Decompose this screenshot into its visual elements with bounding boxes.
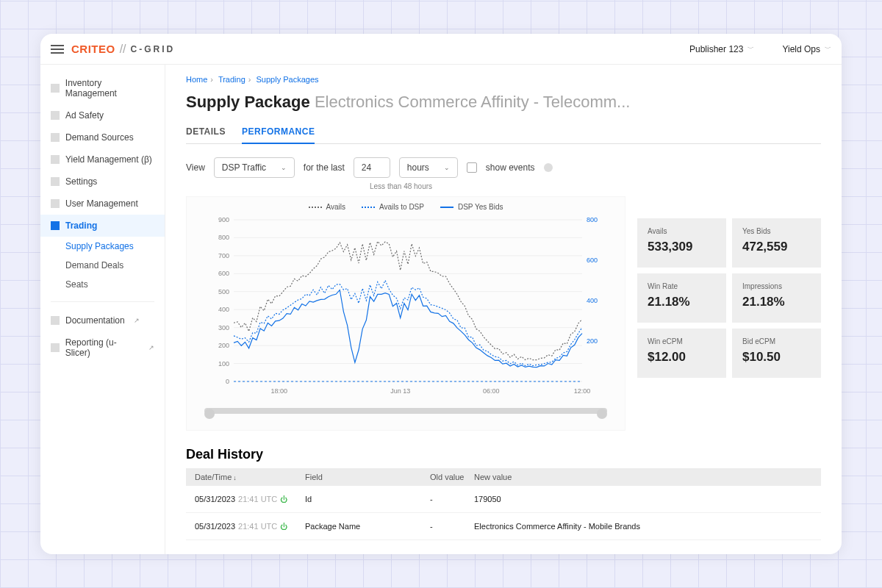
table-row: 05/31/202321:41 UTC⏻ Id - 179050 xyxy=(186,486,821,513)
publisher-dropdown[interactable]: Publisher 123﹀ xyxy=(689,44,754,54)
inventory-icon xyxy=(51,84,60,93)
subnav-demand-deals[interactable]: Demand Deals xyxy=(65,256,165,275)
svg-text:Jun 13: Jun 13 xyxy=(390,387,410,395)
stat-bidecpm: Bid eCPM$10.50 xyxy=(732,329,821,378)
demand-icon xyxy=(51,133,60,142)
sidebar-item-adsafety[interactable]: Ad Safety xyxy=(40,104,165,126)
sidebar-item-trading[interactable]: Trading xyxy=(40,215,165,237)
chart-range-slider[interactable] xyxy=(204,408,607,420)
chevron-down-icon: ﹀ xyxy=(747,44,754,54)
svg-text:200: 200 xyxy=(587,337,598,345)
sidebar-item-yield[interactable]: Yield Management (β) xyxy=(40,148,165,171)
svg-text:600: 600 xyxy=(218,270,229,277)
tab-performance[interactable]: PERFORMANCE xyxy=(242,121,315,144)
chart-icon xyxy=(51,343,60,352)
app-name: C-GRID xyxy=(131,44,176,54)
chevron-down-icon: ⌄ xyxy=(444,164,450,171)
svg-text:800: 800 xyxy=(587,216,598,223)
sidebar-documentation[interactable]: Documentation↗ xyxy=(40,309,165,331)
col-datetime[interactable]: Date/Time↓ xyxy=(195,473,305,481)
chevron-down-icon: ⌄ xyxy=(281,164,287,171)
user-icon xyxy=(51,199,60,208)
hamburger-icon[interactable] xyxy=(51,43,64,56)
subnav-seats[interactable]: Seats xyxy=(65,275,165,294)
gear-icon xyxy=(51,177,60,186)
app-window: CRITEO // C-GRID Publisher 123﹀ Yield Op… xyxy=(40,34,842,554)
external-icon: ↗ xyxy=(134,317,140,324)
col-field[interactable]: Field xyxy=(305,473,430,481)
crumb-trading[interactable]: Trading xyxy=(218,75,245,84)
crumb-supply-packages[interactable]: Supply Packages xyxy=(257,75,319,84)
crumb-home[interactable]: Home xyxy=(186,75,207,84)
stat-avails: Avails533,309 xyxy=(637,218,726,268)
power-icon: ⏻ xyxy=(280,495,287,503)
doc-icon xyxy=(51,316,60,325)
stat-impressions: Impressions21.18% xyxy=(732,273,821,323)
table-row: 05/31/202321:41 UTC⏻ Package Name - Elec… xyxy=(186,513,821,540)
svg-text:500: 500 xyxy=(218,288,229,295)
chart-legend: Avails Avails to DSP DSP Yes Bids xyxy=(194,201,617,214)
chart-svg: 0100200300400500600700800900200400600800… xyxy=(194,214,617,398)
page-title: Supply Package Electronics Commerce Affi… xyxy=(186,93,821,112)
stats-grid: Avails533,309 Yes Bids472,559 Win Rate21… xyxy=(637,218,821,431)
main-content: Home› Trading› Supply Packages Supply Pa… xyxy=(165,65,842,554)
svg-text:12:00: 12:00 xyxy=(574,387,591,395)
show-events-checkbox[interactable] xyxy=(467,162,477,173)
svg-text:400: 400 xyxy=(587,297,598,304)
duration-num-select[interactable]: 24 xyxy=(354,157,390,178)
chevron-down-icon: ﹀ xyxy=(825,44,831,54)
breadcrumb: Home› Trading› Supply Packages xyxy=(186,75,821,84)
table-header: Date/Time↓ Field Old value New value xyxy=(186,468,821,486)
svg-text:06:00: 06:00 xyxy=(483,387,500,395)
sidebar-item-settings[interactable]: Settings xyxy=(40,171,165,193)
yield-icon xyxy=(51,155,60,164)
col-new[interactable]: New value xyxy=(474,473,812,481)
sidebar: Inventory Management Ad Safety Demand So… xyxy=(40,65,165,554)
role-dropdown[interactable]: Yield Ops﹀ xyxy=(782,44,831,54)
logo-separator: // xyxy=(120,43,126,56)
svg-text:100: 100 xyxy=(218,360,229,368)
logo: CRITEO xyxy=(71,43,115,55)
svg-text:18:00: 18:00 xyxy=(271,387,288,395)
shield-icon xyxy=(51,111,60,120)
duration-caption: Less than 48 hours xyxy=(370,182,821,190)
slider-thumb-left[interactable] xyxy=(204,409,215,419)
col-old[interactable]: Old value xyxy=(430,473,474,481)
sidebar-reporting[interactable]: Reporting (u-Slicer)↗ xyxy=(40,331,165,364)
sidebar-item-inventory[interactable]: Inventory Management xyxy=(40,72,165,104)
sort-icon: ↓ xyxy=(233,474,237,481)
view-select[interactable]: DSP Traffic⌄ xyxy=(214,157,295,178)
tab-details[interactable]: DETAILS xyxy=(186,121,226,143)
svg-text:800: 800 xyxy=(218,234,229,241)
stat-yesbids: Yes Bids472,559 xyxy=(732,218,821,268)
sidebar-item-usermgmt[interactable]: User Management xyxy=(40,193,165,215)
power-icon: ⏻ xyxy=(280,523,287,531)
svg-text:0: 0 xyxy=(226,378,229,385)
stat-winrate: Win Rate21.18% xyxy=(637,273,726,323)
topbar: CRITEO // C-GRID Publisher 123﹀ Yield Op… xyxy=(40,34,842,65)
sidebar-item-demand[interactable]: Demand Sources xyxy=(40,126,165,148)
deal-history-title: Deal History xyxy=(186,447,821,462)
slider-thumb-right[interactable] xyxy=(597,409,607,419)
dollar-icon xyxy=(51,221,60,230)
stat-winecpm: Win eCPM$12.00 xyxy=(637,329,726,378)
svg-text:200: 200 xyxy=(218,342,229,349)
info-icon[interactable] xyxy=(544,163,553,172)
subnav-supply-packages[interactable]: Supply Packages xyxy=(65,237,165,256)
tab-bar: DETAILS PERFORMANCE xyxy=(186,121,821,144)
performance-chart: Avails Avails to DSP DSP Yes Bids 010020… xyxy=(186,196,625,431)
svg-text:400: 400 xyxy=(218,306,229,313)
deal-history: Deal History Date/Time↓ Field Old value … xyxy=(186,447,821,540)
svg-text:300: 300 xyxy=(218,324,229,331)
external-icon: ↗ xyxy=(148,344,154,351)
svg-text:700: 700 xyxy=(218,252,229,259)
view-controls: View DSP Traffic⌄ for the last 24 hours⌄… xyxy=(186,157,821,178)
svg-text:900: 900 xyxy=(218,216,229,223)
duration-unit-select[interactable]: hours⌄ xyxy=(399,157,458,178)
svg-text:600: 600 xyxy=(587,257,598,264)
